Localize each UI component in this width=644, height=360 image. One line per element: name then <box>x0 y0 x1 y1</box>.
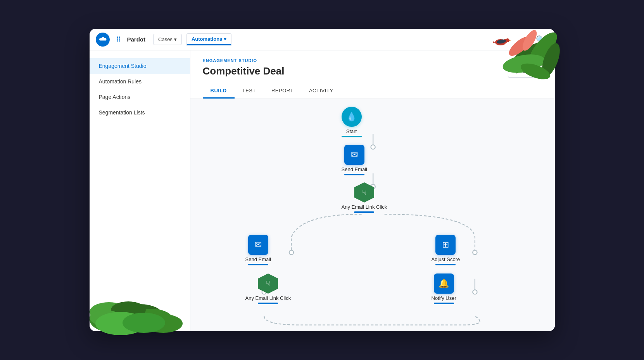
send-email-2-node[interactable]: ✉ Send Email <box>245 235 271 265</box>
sidebar: Engagement Studio Automation Rules Page … <box>90 50 190 331</box>
sidebar-item-engagement-studio[interactable]: Engagement Studio <box>90 58 190 74</box>
send-email-2-label: Send Email <box>245 256 271 262</box>
sidebar-item-segmentation-lists[interactable]: Segmentation Lists <box>90 105 190 120</box>
any-email-link-click-2-label: Any Email Link Click <box>245 295 291 301</box>
adjust-score-node[interactable]: ⊞ Adjust Score <box>432 235 460 265</box>
any-email-link-click-1-icon: ☟ <box>354 182 374 202</box>
send-email-1-node[interactable]: ✉ Send Email <box>342 145 367 175</box>
start-node[interactable]: 💧 Start <box>342 107 362 137</box>
nav-automations[interactable]: Automations ▾ <box>186 33 231 45</box>
content-header: ENGAGEMENT STUDIO Competitive Deal ▶ Sta… <box>190 50 555 99</box>
page-title-row: Competitive Deal ▶ Start <box>203 64 542 78</box>
svg-point-29 <box>473 290 477 294</box>
start-button[interactable]: ▶ Start <box>508 64 542 78</box>
adjust-score-label: Adjust Score <box>432 256 460 262</box>
tabs-row: BUILD TEST REPORT ACTIVITY <box>203 84 542 99</box>
send-email-1-icon: ✉ <box>344 145 364 165</box>
tab-build[interactable]: BUILD <box>203 84 235 99</box>
svg-point-24 <box>371 145 375 149</box>
any-email-link-click-1-node[interactable]: ☟ Any Email Link Click <box>342 182 387 213</box>
any-email-link-click-2-bar <box>258 303 278 304</box>
start-bar <box>342 136 362 137</box>
tab-activity[interactable]: ACTIVITY <box>301 84 341 99</box>
any-email-link-click-1-bar <box>354 211 374 213</box>
any-email-link-click-2-node[interactable]: ☟ Any Email Link Click <box>245 273 291 304</box>
nav-cases[interactable]: Cases ▾ <box>153 34 182 45</box>
any-email-link-click-2-icon: ☟ <box>258 273 278 294</box>
grid-icon[interactable]: ⠿ <box>114 34 123 45</box>
content-area: ENGAGEMENT STUDIO Competitive Deal ▶ Sta… <box>190 50 555 331</box>
sidebar-item-page-actions[interactable]: Page Actions <box>90 89 190 105</box>
send-email-2-bar <box>248 264 268 265</box>
app-name: Pardot <box>127 36 146 43</box>
tab-test[interactable]: TEST <box>235 84 264 99</box>
breadcrumb: ENGAGEMENT STUDIO <box>203 58 542 63</box>
send-email-1-bar <box>344 174 364 175</box>
page-title: Competitive Deal <box>203 65 285 77</box>
notify-user-label: Notify User <box>432 295 456 301</box>
start-icon: 💧 <box>342 107 362 127</box>
sidebar-item-automation-rules[interactable]: Automation Rules <box>90 74 190 89</box>
notify-user-bar <box>434 303 454 304</box>
notify-user-icon: 🔔 <box>434 273 454 294</box>
play-icon: ▶ <box>516 68 520 74</box>
flow-canvas: 💧 Start ✉ Send Email ☟ <box>190 99 555 331</box>
any-email-link-click-1-label: Any Email Link Click <box>342 204 387 210</box>
adjust-score-bar <box>435 264 456 265</box>
search-icon[interactable]: 🔍 <box>533 33 549 46</box>
svg-point-30 <box>289 250 293 254</box>
start-label: Start <box>346 128 357 134</box>
tab-report[interactable]: REPORT <box>264 84 301 99</box>
browser-window: ⠿ Pardot Cases ▾ Automations ▾ 🔍 Engagem… <box>90 29 555 331</box>
nav-bar: ⠿ Pardot Cases ▾ Automations ▾ 🔍 <box>90 29 555 50</box>
main-layout: Engagement Studio Automation Rules Page … <box>90 50 555 331</box>
send-email-2-icon: ✉ <box>248 235 268 255</box>
adjust-score-icon: ⊞ <box>435 235 456 255</box>
svg-point-31 <box>473 250 477 254</box>
send-email-1-label: Send Email <box>342 166 367 172</box>
notify-user-node[interactable]: 🔔 Notify User <box>432 273 456 304</box>
salesforce-logo[interactable] <box>96 33 110 47</box>
flow-lines <box>190 99 555 331</box>
